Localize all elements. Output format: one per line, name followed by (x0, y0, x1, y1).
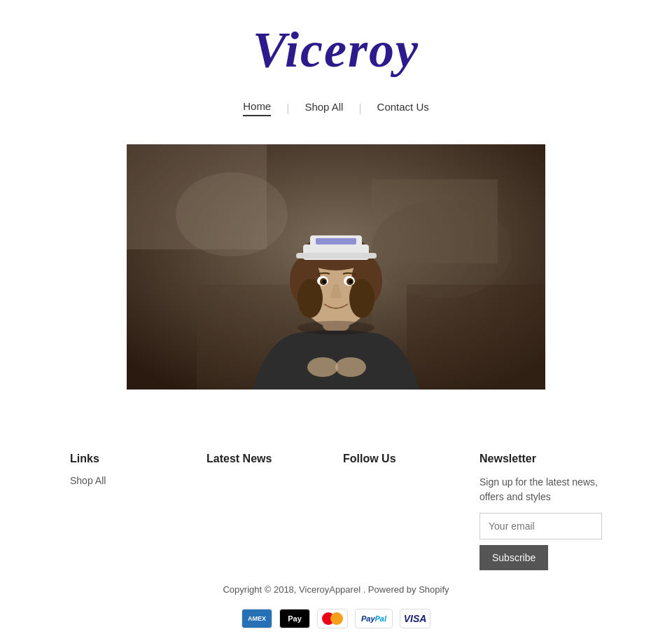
newsletter-description: Sign up for the latest news, offers and … (479, 475, 602, 504)
svg-rect-28 (316, 238, 356, 244)
payment-icons-bar: AMEX Pay PayPal VISA (0, 602, 672, 634)
powered-by: . Powered by Shopify (363, 584, 449, 595)
mastercard-icon (317, 609, 348, 628)
nav-separator-2: | (358, 102, 361, 115)
svg-point-29 (298, 321, 374, 335)
footer-news-heading: Latest News (206, 453, 329, 465)
hero-image (127, 144, 545, 390)
copyright-text: Copyright © 2018, (223, 584, 296, 595)
svg-point-17 (298, 279, 323, 318)
footer-newsletter-heading: Newsletter (479, 453, 602, 465)
nav-separator-1: | (286, 102, 289, 115)
footer-news-section: Latest News (206, 453, 329, 570)
svg-point-6 (372, 200, 512, 298)
footer-links-heading: Links (70, 453, 192, 465)
svg-rect-27 (296, 253, 377, 259)
visa-icon: VISA (400, 609, 430, 628)
footer-shop-all-link[interactable]: Shop All (70, 475, 192, 486)
svg-point-23 (323, 280, 326, 284)
svg-rect-4 (407, 284, 545, 390)
nav-contact-us[interactable]: Contact Us (377, 101, 429, 116)
newsletter-email-input[interactable] (479, 513, 602, 539)
site-header: Viceroy (0, 0, 672, 93)
nav-shop-all[interactable]: Shop All (304, 101, 343, 116)
svg-point-10 (307, 357, 338, 377)
footer-newsletter-section: Newsletter Sign up for the latest news, … (479, 453, 602, 570)
footer-links-section: Links Shop All (70, 453, 192, 570)
apple-pay-icon: Pay (279, 609, 310, 628)
svg-point-5 (176, 172, 288, 256)
svg-point-18 (349, 279, 374, 318)
copyright-bar: Copyright © 2018, ViceroyApparel . Power… (0, 570, 672, 602)
paypal-icon: PayPal (355, 609, 393, 628)
footer-grid: Links Shop All Latest News Follow Us New… (42, 453, 630, 570)
svg-point-24 (349, 280, 353, 284)
svg-point-11 (335, 357, 366, 377)
site-footer: Links Shop All Latest News Follow Us New… (0, 418, 672, 634)
hero-image-container (127, 144, 545, 390)
footer-follow-heading: Follow Us (343, 453, 465, 465)
footer-follow-section: Follow Us (343, 453, 465, 570)
brand-link[interactable]: ViceroyApparel (299, 584, 360, 595)
site-logo[interactable]: Viceroy (253, 21, 419, 79)
nav-home[interactable]: Home (243, 100, 271, 116)
subscribe-button[interactable]: Subscribe (479, 545, 548, 570)
amex-icon: AMEX (241, 609, 272, 628)
hero-section (0, 130, 672, 404)
main-nav: Home | Shop All | Contact Us (0, 93, 672, 130)
